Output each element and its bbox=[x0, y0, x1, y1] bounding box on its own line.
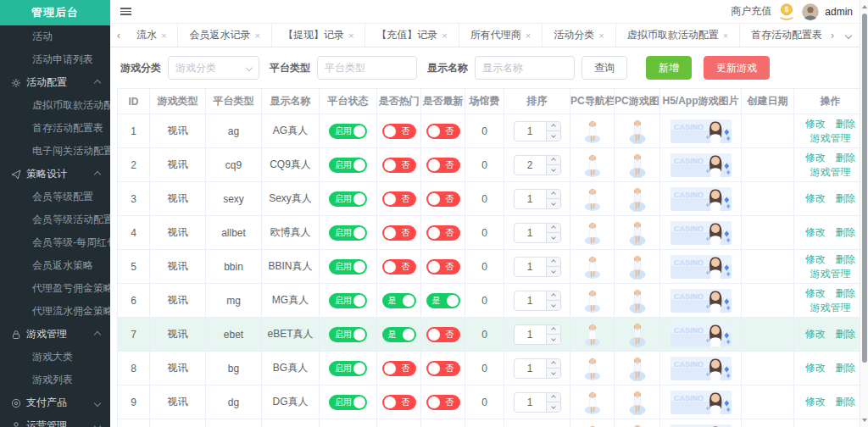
scroll-up-icon[interactable] bbox=[860, 2, 868, 12]
increase-icon[interactable] bbox=[547, 258, 560, 267]
edit-link[interactable]: 修改 bbox=[805, 362, 826, 374]
sort-number-input[interactable]: 1 bbox=[514, 291, 561, 311]
latest-toggle[interactable]: 是 bbox=[426, 293, 460, 308]
game-manage-link[interactable]: 游戏管理 bbox=[810, 268, 851, 280]
latest-toggle[interactable]: 否 bbox=[426, 361, 460, 376]
game-manage-link[interactable]: 游戏管理 bbox=[810, 166, 851, 178]
sidebar-item[interactable]: 游戏列表 bbox=[0, 369, 110, 391]
tab[interactable]: 【提现】记录 × bbox=[272, 24, 365, 47]
platform-status-toggle[interactable]: 启用 bbox=[329, 225, 367, 241]
sidebar-item[interactable]: 会员等级-每周红包配置 bbox=[0, 231, 110, 254]
hot-toggle[interactable]: 否 bbox=[382, 361, 416, 376]
sort-number-input[interactable]: 2 bbox=[514, 155, 561, 175]
increase-icon[interactable] bbox=[547, 291, 560, 301]
edit-link[interactable]: 修改 bbox=[805, 396, 826, 408]
display-name-input[interactable] bbox=[475, 56, 575, 80]
platform-status-toggle[interactable]: 启用 bbox=[329, 361, 367, 376]
sort-number-input[interactable]: 1 bbox=[514, 121, 561, 141]
platform-type-input[interactable] bbox=[317, 56, 417, 80]
tab-close-icon[interactable]: × bbox=[348, 30, 353, 41]
hot-toggle[interactable]: 是 bbox=[382, 327, 416, 342]
sort-number-input[interactable]: 1 bbox=[514, 324, 561, 345]
edit-link[interactable]: 修改 bbox=[805, 287, 826, 299]
sidebar-item[interactable]: 代理流水佣金策略 bbox=[0, 300, 110, 323]
delete-link[interactable]: 删除 bbox=[835, 118, 855, 130]
platform-status-toggle[interactable]: 启用 bbox=[329, 259, 367, 274]
tab-close-icon[interactable]: × bbox=[723, 30, 728, 41]
sidebar-item[interactable]: 活动 bbox=[0, 25, 110, 48]
latest-toggle[interactable]: 否 bbox=[426, 395, 460, 410]
sidebar-item[interactable]: 代理盈亏佣金策略 bbox=[0, 277, 110, 300]
sidebar-item[interactable]: 游戏大类 bbox=[0, 346, 110, 369]
sidebar-item[interactable]: 活动申请列表 bbox=[0, 48, 110, 71]
latest-toggle[interactable]: 否 bbox=[426, 191, 460, 207]
hot-toggle[interactable]: 否 bbox=[382, 158, 416, 173]
decrease-icon[interactable] bbox=[547, 164, 560, 175]
tab-close-icon[interactable]: × bbox=[598, 30, 604, 41]
decrease-icon[interactable] bbox=[547, 198, 560, 208]
tab-close-icon[interactable]: × bbox=[526, 30, 531, 41]
tab-close-icon[interactable]: × bbox=[442, 30, 447, 41]
increase-icon[interactable] bbox=[547, 325, 560, 335]
delete-link[interactable]: 删除 bbox=[835, 226, 855, 238]
sort-number-input[interactable]: 1 bbox=[514, 392, 561, 413]
sidebar-item[interactable]: 电子闯关活动配置 bbox=[0, 140, 110, 163]
sort-number-input[interactable]: 1 bbox=[514, 358, 561, 379]
decrease-icon[interactable] bbox=[547, 300, 560, 310]
delete-link[interactable]: 删除 bbox=[835, 152, 855, 164]
tab[interactable]: 会员返水记录 × bbox=[178, 24, 271, 47]
hot-toggle[interactable]: 否 bbox=[382, 124, 416, 139]
hot-toggle[interactable]: 否 bbox=[382, 191, 416, 207]
game-category-select[interactable]: 游戏分类 bbox=[168, 56, 259, 80]
sort-number-input[interactable]: 1 bbox=[514, 189, 561, 209]
platform-status-toggle[interactable]: 启用 bbox=[329, 124, 367, 139]
sidebar-item[interactable]: 策略设计 bbox=[0, 163, 110, 186]
platform-status-toggle[interactable]: 启用 bbox=[329, 327, 367, 342]
delete-link[interactable]: 删除 bbox=[835, 192, 855, 204]
latest-toggle[interactable]: 否 bbox=[426, 327, 460, 342]
search-button[interactable]: 查询 bbox=[581, 56, 627, 80]
tab[interactable]: 【充值】记录 × bbox=[365, 24, 459, 47]
sidebar-item[interactable]: 会员返水策略 bbox=[0, 254, 110, 277]
tab[interactable]: 虚拟币取款活动配置 × bbox=[616, 24, 740, 47]
edit-link[interactable]: 修改 bbox=[805, 226, 826, 238]
edit-link[interactable]: 修改 bbox=[805, 152, 826, 164]
latest-toggle[interactable]: 否 bbox=[426, 259, 460, 274]
hot-toggle[interactable]: 是 bbox=[382, 293, 416, 308]
delete-link[interactable]: 删除 bbox=[835, 396, 855, 408]
increase-icon[interactable] bbox=[547, 156, 560, 165]
decrease-icon[interactable] bbox=[547, 368, 560, 378]
edit-link[interactable]: 修改 bbox=[805, 253, 826, 265]
delete-link[interactable]: 删除 bbox=[835, 362, 855, 374]
latest-toggle[interactable]: 否 bbox=[426, 124, 460, 139]
tab[interactable]: 首存活动配置表 × bbox=[740, 24, 826, 47]
decrease-icon[interactable] bbox=[547, 402, 560, 412]
tab[interactable]: 所有代理商 × bbox=[459, 24, 542, 47]
tab[interactable]: 流水 × bbox=[125, 24, 178, 47]
sidebar-item[interactable]: 活动配置 bbox=[0, 71, 110, 94]
sidebar-item[interactable]: 首存活动配置表 bbox=[0, 117, 110, 140]
sort-number-input[interactable]: 1 bbox=[514, 223, 561, 243]
tabs-scroll-right-icon[interactable]: › bbox=[826, 30, 839, 42]
decrease-icon[interactable] bbox=[547, 130, 560, 141]
tab[interactable]: 活动分类 × bbox=[542, 24, 615, 47]
increase-icon[interactable] bbox=[547, 122, 560, 131]
game-manage-link[interactable]: 游戏管理 bbox=[810, 132, 851, 144]
sidebar-item[interactable]: 会员等级活动配置 bbox=[0, 208, 110, 231]
sidebar-item[interactable]: 虚拟币取款活动配置 bbox=[0, 94, 110, 117]
delete-link[interactable]: 删除 bbox=[835, 253, 855, 265]
hot-toggle[interactable]: 否 bbox=[382, 225, 416, 241]
add-button[interactable]: 新增 bbox=[646, 56, 692, 80]
page-scrollbar[interactable] bbox=[860, 0, 868, 427]
decrease-icon[interactable] bbox=[547, 266, 560, 276]
sidebar-item[interactable]: 游戏管理 bbox=[0, 323, 110, 346]
scroll-down-icon[interactable] bbox=[860, 415, 868, 425]
tab-close-icon[interactable]: × bbox=[254, 30, 259, 41]
platform-status-toggle[interactable]: 启用 bbox=[329, 293, 367, 308]
platform-status-toggle[interactable]: 启用 bbox=[329, 158, 367, 173]
increase-icon[interactable] bbox=[547, 224, 560, 233]
latest-toggle[interactable]: 否 bbox=[426, 158, 460, 173]
increase-icon[interactable] bbox=[547, 190, 560, 199]
sidebar-item[interactable]: 运营管理 bbox=[0, 414, 110, 427]
edit-link[interactable]: 修改 bbox=[805, 328, 826, 340]
